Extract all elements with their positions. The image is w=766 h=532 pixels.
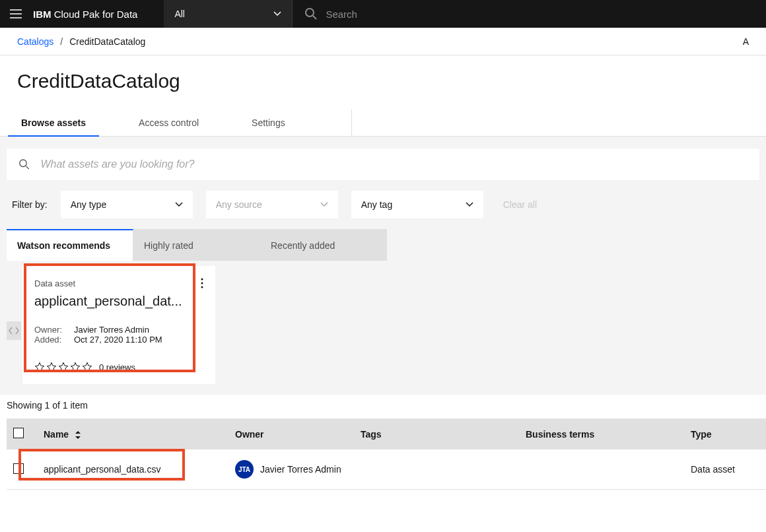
filter-source-label: Any source — [216, 199, 262, 210]
tab-browse-assets[interactable]: Browse assets — [8, 110, 99, 136]
brand-rest: Cloud Pak for Data — [52, 9, 138, 20]
filter-tag-label: Any tag — [361, 199, 392, 210]
col-type[interactable]: Type — [684, 418, 766, 449]
filter-by-label: Filter by: — [12, 199, 48, 210]
global-search-input[interactable] — [326, 9, 524, 20]
brand: IBM Cloud Pak for Data — [32, 9, 164, 20]
chevron-down-icon — [320, 202, 328, 207]
filter-type-label: Any type — [71, 199, 106, 210]
cell-type: Data asset — [684, 449, 766, 490]
filters-row: Filter by: Any type Any source Any tag C… — [0, 180, 766, 229]
card-added-value: Oct 27, 2020 11:10 PM — [74, 335, 162, 345]
filter-type-dropdown[interactable]: Any type — [61, 191, 193, 218]
cell-tags — [354, 449, 519, 490]
star-icon — [70, 362, 81, 372]
asset-card[interactable]: Data asset applicant_personal_dat... Own… — [22, 266, 215, 384]
chevron-down-icon — [273, 11, 281, 17]
tab-recently-added[interactable]: Recently added — [260, 229, 387, 261]
card-owner-value: Javier Torres Admin — [74, 325, 149, 335]
hamburger-menu[interactable] — [0, 0, 32, 28]
col-tags[interactable]: Tags — [354, 418, 519, 449]
carousel-prev-button[interactable] — [7, 321, 21, 340]
cell-owner: Javier Torres Admin — [260, 464, 341, 475]
breadcrumb-current: CreditDataCatalog — [69, 36, 145, 47]
avatar: JTA — [235, 460, 254, 479]
cell-terms — [519, 449, 684, 490]
chevron-down-icon — [466, 202, 473, 207]
filter-source-dropdown[interactable]: Any source — [206, 191, 338, 218]
card-added-key: Added: — [34, 335, 66, 345]
cell-name[interactable]: applicant_personal_data.csv — [37, 449, 228, 490]
global-search[interactable] — [293, 7, 766, 20]
sort-icon[interactable] — [75, 431, 81, 439]
scope-label: All — [174, 9, 185, 19]
svg-point-1 — [20, 160, 26, 166]
svg-point-2 — [201, 279, 203, 281]
card-owner-key: Owner: — [34, 325, 66, 335]
scope-dropdown[interactable]: All — [164, 0, 293, 28]
breadcrumb-root[interactable]: Catalogs — [17, 36, 53, 47]
chevron-down-icon — [175, 202, 183, 207]
col-owner[interactable]: Owner — [228, 418, 354, 449]
col-terms[interactable]: Business terms — [519, 418, 684, 449]
subtabs: Browse assets Access control Settings — [0, 110, 766, 137]
filter-tag-dropdown[interactable]: Any tag — [351, 191, 483, 218]
asset-search[interactable] — [7, 149, 759, 180]
overflow-icon — [201, 278, 203, 288]
card-title: applicant_personal_dat... — [34, 294, 203, 309]
svg-point-4 — [201, 286, 203, 288]
select-all-checkbox[interactable] — [13, 428, 24, 438]
card-overflow-menu[interactable] — [201, 278, 203, 288]
arrow-left-right-icon — [9, 327, 19, 335]
star-icon — [46, 362, 57, 372]
hamburger-icon — [10, 9, 22, 18]
col-name[interactable]: Name — [44, 429, 69, 440]
row-checkbox[interactable] — [13, 463, 24, 474]
tab-access-control[interactable]: Access control — [125, 110, 212, 136]
tab-watson-recommends[interactable]: Watson recommends — [7, 229, 133, 261]
showing-count: Showing 1 of 1 item — [0, 395, 766, 418]
card-asset-type: Data asset — [34, 279, 75, 288]
breadcrumb: Catalogs / CreditDataCatalog — [17, 36, 145, 47]
tab-highly-rated[interactable]: Highly rated — [133, 229, 260, 261]
search-icon — [304, 7, 318, 20]
asset-search-input[interactable] — [40, 158, 748, 170]
assets-table: Name Owner Tags Business terms Type appl… — [7, 418, 766, 490]
card-reviews-count: 0 reviews — [99, 362, 135, 372]
svg-point-0 — [306, 9, 314, 17]
table-row[interactable]: applicant_personal_data.csv JTA Javier T… — [7, 449, 766, 490]
recommendation-tabs: Watson recommends Highly rated Recently … — [7, 229, 759, 261]
star-icon — [82, 362, 92, 372]
page-title: CreditDataCatalog — [0, 55, 766, 110]
tab-settings[interactable]: Settings — [238, 110, 298, 136]
clear-all-button[interactable]: Clear all — [503, 199, 537, 210]
star-rating — [34, 362, 92, 372]
brand-ibm: IBM — [33, 9, 52, 20]
star-icon — [34, 362, 45, 372]
star-icon — [58, 362, 69, 372]
breadcrumb-right: A — [743, 36, 749, 47]
search-icon — [18, 158, 30, 170]
svg-point-3 — [201, 283, 203, 284]
breadcrumb-sep: / — [60, 36, 63, 47]
